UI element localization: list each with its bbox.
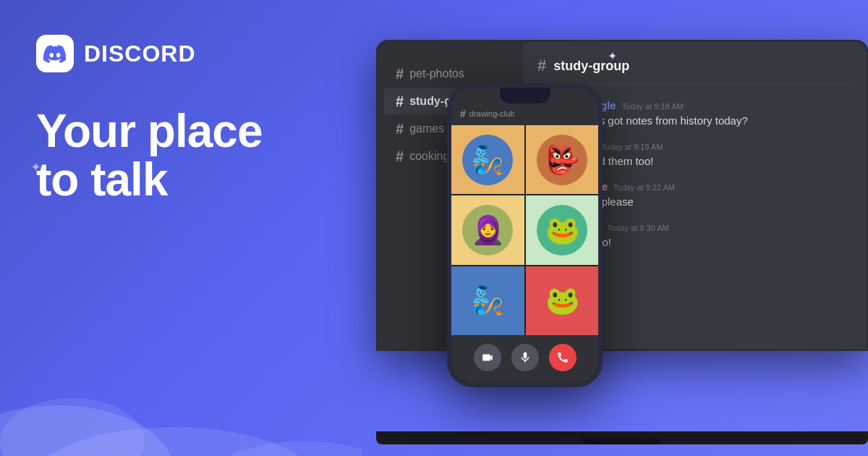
svg-text:🐸: 🐸	[545, 214, 579, 247]
phone-controls	[451, 335, 598, 383]
channel-name: cooking	[409, 150, 449, 163]
phone-mockup: # drawing-club 🧞 👺 🧕 🐸	[447, 83, 603, 387]
phone-hash-icon: #	[460, 108, 466, 119]
svg-text:🧕: 🧕	[471, 214, 506, 247]
channel-name: games	[409, 122, 444, 135]
chat-header-name: study-group	[553, 59, 629, 74]
svg-text:👺: 👺	[545, 143, 579, 177]
star-decoration-laptop: ✦	[608, 49, 617, 63]
tagline: Your place to talk	[36, 107, 326, 204]
laptop-camera-notch	[582, 439, 662, 444]
video-cell-1: 🧞	[451, 125, 524, 194]
video-grid: 🧞 👺 🧕 🐸 🧞 🐸	[451, 125, 598, 335]
video-cell-6: 🐸	[526, 266, 599, 335]
logo-area: DISCORD	[36, 35, 326, 72]
video-cell-3: 🧕	[451, 195, 524, 264]
message-timestamp-graggle: Today at 9:18 AM	[622, 102, 684, 111]
channel-name: pet-photos	[409, 67, 464, 80]
end-call-button[interactable]	[549, 344, 576, 371]
video-cell-5: 🧞	[451, 266, 524, 335]
hash-icon: #	[396, 67, 404, 81]
svg-text:🧞: 🧞	[471, 284, 506, 317]
hash-icon: #	[396, 122, 404, 136]
phone-notch	[500, 88, 550, 104]
video-cell-2: 👺	[526, 125, 599, 194]
discord-wordmark: DISCORD	[84, 41, 196, 67]
hash-icon: #	[396, 94, 404, 109]
mic-button[interactable]	[511, 344, 539, 371]
hash-icon: #	[396, 149, 404, 164]
video-cell-4: 🐸	[526, 195, 599, 264]
phone-channel-name: drawing-club	[469, 109, 514, 118]
message-timestamp-phibi: Today at 9:30 AM	[608, 224, 669, 232]
left-panel: DISCORD Your place to talk ✦	[0, 0, 362, 456]
discord-logo-icon	[36, 35, 74, 72]
chat-header-hash: #	[537, 56, 546, 75]
svg-text:🐸: 🐸	[545, 284, 579, 317]
svg-text:🧞: 🧞	[471, 143, 506, 177]
message-timestamp-cap: Today at 9:19 AM	[601, 143, 663, 151]
chat-header: # study-group	[537, 56, 851, 85]
message-timestamp-peppe: Today at 9:22 AM	[613, 183, 675, 192]
star-decoration-left: ✦	[30, 159, 41, 175]
camera-button[interactable]	[474, 344, 501, 371]
right-panel: ✦ # pet-photos # study-group # games #	[326, 0, 868, 456]
